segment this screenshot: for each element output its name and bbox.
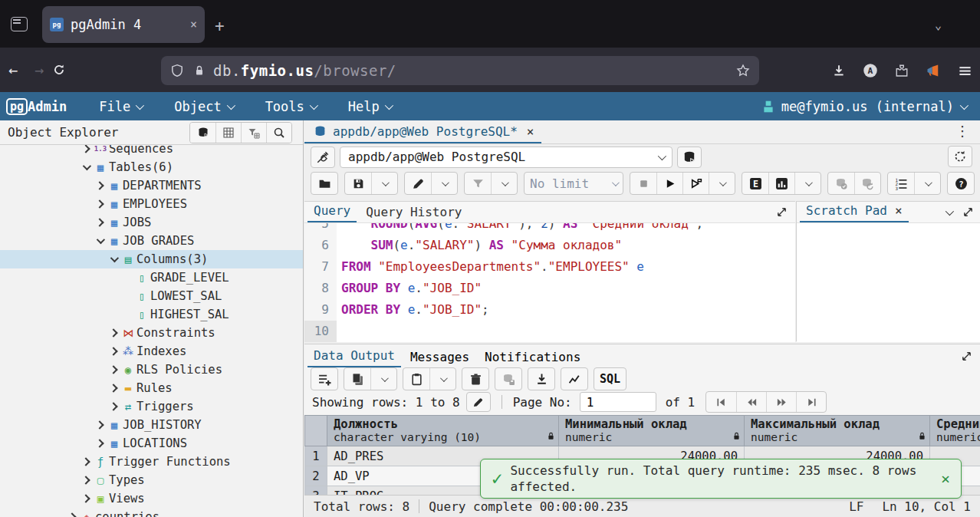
- extensions-puzzle-icon[interactable]: [895, 64, 909, 77]
- menu-tools[interactable]: Tools: [265, 99, 316, 114]
- download-icon[interactable]: [528, 368, 554, 390]
- refresh-layout-icon[interactable]: [948, 146, 972, 167]
- scratch-pad-area[interactable]: [797, 223, 980, 342]
- chevron-right-icon[interactable]: [107, 367, 120, 373]
- column-header[interactable]: Максимальный окладnumeric: [745, 416, 930, 446]
- chevron-down-icon[interactable]: [371, 173, 397, 194]
- tab-close-icon[interactable]: ×: [190, 18, 197, 31]
- tree-item-highest-sal[interactable]: ▯HIGHEST_SAL: [0, 305, 303, 324]
- tree-item-types[interactable]: ▢Types: [0, 471, 303, 489]
- pencil-icon[interactable]: [405, 173, 431, 194]
- stop-icon[interactable]: [630, 173, 656, 194]
- tree-item-views[interactable]: ▣Views: [0, 489, 303, 508]
- funnel-icon[interactable]: [465, 173, 491, 194]
- chevron-right-icon[interactable]: [80, 146, 92, 152]
- chevron-right-icon[interactable]: [94, 440, 106, 446]
- url-bar[interactable]: db.fymio.us/browser/: [161, 56, 759, 85]
- next-page-button[interactable]: [766, 392, 796, 412]
- query-tool-tab[interactable]: appdb/app@Web PostgreSQL* ×: [304, 120, 541, 143]
- column-header[interactable]: Должностьcharacter varying (10): [327, 416, 559, 446]
- tree-item-jobs[interactable]: ▦JOBS: [0, 213, 303, 232]
- bookmark-star-icon[interactable]: [736, 64, 750, 77]
- grid-corner-cell[interactable]: [305, 416, 327, 446]
- tree-item-rules[interactable]: ▬Rules: [0, 379, 303, 397]
- dbcheck-icon[interactable]: [828, 173, 854, 194]
- tree-item-indexes[interactable]: ⁂Indexes: [0, 342, 303, 361]
- close-notification-icon[interactable]: ×: [941, 469, 950, 488]
- expand-scratch-icon[interactable]: [962, 206, 974, 218]
- tab-data-output[interactable]: Data Output: [307, 348, 401, 367]
- expand-editor-icon[interactable]: [776, 206, 788, 218]
- reload-button[interactable]: [52, 63, 78, 77]
- page-number-input[interactable]: [580, 392, 656, 412]
- tree-item-locations[interactable]: ▦LOCATIONS: [0, 434, 303, 453]
- chevron-right-icon[interactable]: [94, 422, 106, 428]
- tab-notifications[interactable]: Notifications: [478, 350, 587, 367]
- floppy-icon[interactable]: [345, 173, 371, 194]
- chevron-down-icon[interactable]: [709, 173, 735, 194]
- chevron-down-icon[interactable]: [94, 238, 106, 244]
- downloads-icon[interactable]: [832, 64, 846, 77]
- tree-item-grade-level[interactable]: ▯GRADE_LEVEL: [0, 268, 303, 287]
- menu-file[interactable]: File: [99, 99, 142, 114]
- sparkline-icon[interactable]: [561, 368, 587, 390]
- playflag-icon[interactable]: [682, 173, 709, 194]
- chevron-right-icon[interactable]: [107, 330, 120, 336]
- edit-range-pencil-icon[interactable]: [466, 392, 491, 412]
- chevron-right-icon[interactable]: [94, 219, 106, 226]
- browser-tab[interactable]: pg pgAdmin 4 ×: [42, 6, 205, 43]
- tree-item-departments[interactable]: ▦DEPARTMENTS: [0, 176, 303, 195]
- list-tabs-icon[interactable]: ⌄: [935, 18, 942, 32]
- editor-line[interactable]: 8GROUP BY e."JOB_ID": [304, 278, 795, 299]
- database-icon[interactable]: [190, 123, 215, 143]
- tree-item-rls-policies[interactable]: ◉RLS Policies: [0, 361, 303, 379]
- tree-item-triggers[interactable]: ⇄Triggers: [0, 397, 303, 416]
- sidebar-toggle-icon[interactable]: [11, 17, 28, 31]
- filter-grid-icon[interactable]: [241, 123, 266, 143]
- panel-kebab-menu-icon[interactable]: ⋮: [955, 123, 969, 139]
- chevron-down-icon[interactable]: [914, 173, 940, 194]
- search-icon[interactable]: [266, 123, 291, 143]
- listnum-icon[interactable]: 123: [888, 173, 914, 194]
- chartbars-icon[interactable]: [768, 173, 794, 194]
- chevron-right-icon[interactable]: [94, 201, 106, 207]
- folder-icon[interactable]: [311, 173, 337, 194]
- tree-item-lowest-sal[interactable]: ▯LOWEST_SAL: [0, 287, 303, 305]
- trash-icon[interactable]: [462, 368, 488, 390]
- tree-item-sequences[interactable]: 1.3Sequences: [0, 145, 303, 158]
- chevron-right-icon[interactable]: [80, 496, 92, 502]
- chevron-down-icon[interactable]: [370, 368, 396, 390]
- account-icon[interactable]: A: [863, 63, 878, 78]
- extension-megaphone-icon[interactable]: [926, 63, 941, 78]
- qmark-icon[interactable]: ?: [948, 173, 974, 194]
- tab-query[interactable]: Query: [307, 203, 357, 222]
- tab-scratch-pad[interactable]: Scratch Pad×: [800, 203, 909, 222]
- tree-item-employees[interactable]: ▦EMPLOYEES: [0, 195, 303, 213]
- shield-icon[interactable]: [170, 64, 184, 77]
- last-page-button[interactable]: [796, 392, 826, 412]
- editor-line[interactable]: 6 SUM(e."SALARY") AS "Сумма окладов": [304, 235, 795, 256]
- forward-button[interactable]: →: [26, 61, 52, 79]
- chevron-right-icon[interactable]: [94, 183, 106, 189]
- back-button[interactable]: ←: [0, 61, 26, 79]
- chevron-right-icon[interactable]: [80, 459, 92, 465]
- disconnect-plug-icon[interactable]: [311, 147, 335, 168]
- editor-line[interactable]: 10: [304, 321, 795, 342]
- chevron-right-icon[interactable]: [80, 477, 92, 483]
- play-icon[interactable]: [656, 173, 682, 194]
- first-page-button[interactable]: [706, 392, 736, 412]
- row-number-cell[interactable]: 1: [305, 446, 327, 466]
- chevron-right-icon[interactable]: [107, 385, 120, 391]
- editor-line[interactable]: 7FROM "EmployeesDepartments"."EMPLOYEES"…: [304, 256, 795, 278]
- expand-results-icon[interactable]: [961, 351, 972, 362]
- chevron-down-icon[interactable]: [107, 256, 120, 262]
- sql-button[interactable]: SQL: [594, 368, 626, 390]
- user-menu[interactable]: me@fymio.us (internal): [761, 99, 966, 114]
- close-tab-icon[interactable]: ×: [527, 124, 534, 139]
- chevron-down-icon[interactable]: [431, 173, 457, 194]
- tree-item-job-grades[interactable]: ▦JOB GRADES: [0, 232, 303, 250]
- chevron-right-icon[interactable]: [66, 514, 78, 517]
- menu-hamburger-icon[interactable]: [958, 64, 972, 78]
- column-header[interactable]: Средний окладnumeric: [930, 416, 980, 446]
- collapse-scratch-icon[interactable]: [945, 206, 954, 215]
